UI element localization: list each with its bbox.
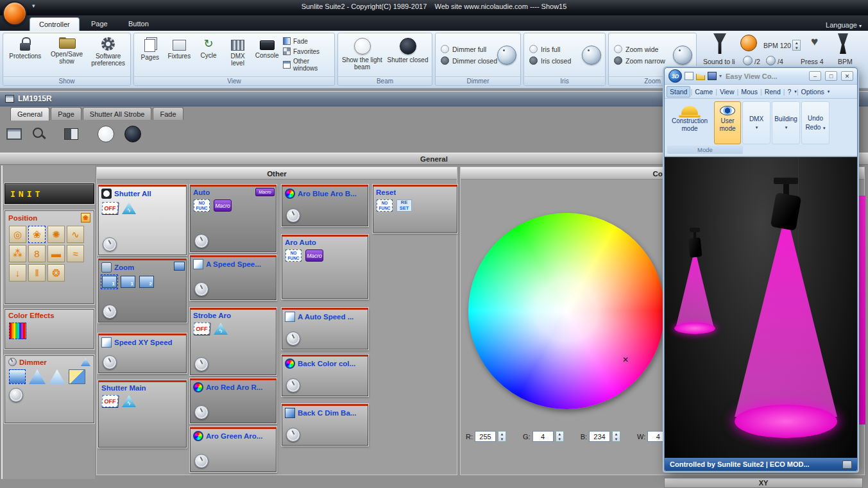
dial-knob[interactable] [286,332,300,346]
bpm-spinner[interactable]: ▲▼ [792,40,801,51]
scene-button-strobe-aro[interactable]: Strobe AroOFFϟ [190,308,277,375]
rainbow-effect-icon[interactable] [9,323,26,339]
menu-mouse[interactable]: Mous [738,87,760,97]
heart-beat-icon[interactable]: ♥ [811,35,818,49]
menu-standard[interactable]: Stand [667,86,690,97]
scene-button-aro-green[interactable]: Aro Green Aro... [190,427,277,472]
green-spinner[interactable]: ▲▼ [556,431,564,442]
menu-options[interactable]: Options [799,87,827,97]
shutter-closed-button[interactable]: Shutter closed [385,35,430,75]
gobo-shell-icon[interactable]: ❂ [47,264,65,282]
dimmer-dial-knob[interactable] [9,388,23,402]
gobo-arrow-icon[interactable]: ↓ [9,264,26,282]
menu-render[interactable]: Rend [762,87,783,97]
dial-knob[interactable] [194,357,208,371]
toolbar-arrow-icon[interactable]: ▾ [719,73,722,79]
tab-controller[interactable]: Controller [30,17,80,31]
beam-on-circle-button[interactable] [98,126,114,142]
gobo-double-spiral-icon[interactable]: ⁂ [9,245,26,262]
red-value-input[interactable]: 255 [475,431,496,442]
new-document-icon[interactable] [685,72,694,80]
protections-button[interactable]: Protections [4,35,46,75]
zoom-knob[interactable] [673,46,692,65]
gobo-rings-icon[interactable]: ◎ [9,226,26,243]
software-preferences-button[interactable]: Software preferences [87,35,129,75]
dimmer-closed-button[interactable]: Dimmer closed [441,56,497,65]
magenta-palette-strip[interactable] [858,196,865,425]
undo-redo-button[interactable]: UndoRedo ▾ [801,101,830,144]
red-spinner[interactable]: ▲▼ [498,431,506,442]
menu-camera[interactable]: Came [692,87,715,97]
scene-button-aro-blue[interactable]: Aro Blue Aro B... [282,185,368,226]
split-view-icon[interactable] [64,128,78,140]
console-button[interactable]: Console [252,35,282,75]
other-windows-menu-item[interactable]: Other windows [283,58,332,72]
beam-off-circle-button[interactable] [124,126,141,142]
user-mode-button[interactable]: User mode [714,101,741,144]
dial-knob[interactable] [194,234,208,248]
blue-spinner[interactable]: ▲▼ [612,431,620,442]
iris-full-button[interactable]: Iris full [529,45,582,53]
dial-knob[interactable] [286,428,300,442]
gobo-dash-icon[interactable]: ▬ [47,245,65,262]
scene-button-shutter-all[interactable]: Shutter AllOFFϟ [98,185,187,255]
dial-knob[interactable] [194,282,208,296]
quick-access-arrow-icon[interactable]: ▾ [32,3,35,9]
gobo-squiggle-icon[interactable]: ∿ [67,226,84,243]
maximize-button[interactable]: □ [825,71,837,81]
language-menu[interactable]: Language▾ [826,21,862,29]
dial-knob[interactable] [103,237,117,251]
div4-knob[interactable] [766,56,776,65]
tab-page[interactable]: Page [82,17,117,31]
dial-knob[interactable] [103,305,117,319]
dial-knob[interactable] [286,378,300,392]
div2-knob[interactable] [743,56,753,65]
scene-button-zoom[interactable]: Zoom112 [98,258,187,323]
open-save-show-button[interactable]: Open/Save show [46,35,88,75]
dimmer-level-icon[interactable] [9,369,26,384]
dial-knob[interactable] [194,454,208,468]
scene-button-back-c-dim[interactable]: Back C Dim Ba... [282,404,368,446]
open-folder-icon[interactable] [696,72,705,80]
dimmer-mixed-icon[interactable] [69,369,85,384]
tab-fade[interactable]: Fade [153,107,183,120]
scene-button-aro-red[interactable]: Aro Red Aro R... [190,378,277,423]
save-icon[interactable] [708,72,717,80]
fixtures-button[interactable]: Fixtures [165,35,194,75]
pages-button[interactable]: Pages [135,35,165,75]
show-light-beam-button[interactable]: Show the light beam [339,35,385,75]
scene-button-aro-auto[interactable]: Aro AutoNOFUNCMacro [282,235,368,299]
building-dropdown-button[interactable]: Building▾ [772,101,800,144]
application-menu-orb[interactable] [3,1,27,26]
gobo-swirl-icon[interactable]: ✺ [47,226,65,243]
dimmer-full-button[interactable]: Dimmer full [441,45,497,53]
iris-closed-button[interactable]: Iris closed [529,56,582,65]
dial-knob[interactable] [286,208,300,223]
bpm-knob[interactable] [740,35,757,51]
close-button[interactable]: ✕ [841,71,853,81]
scene-button-shutter-main[interactable]: Shutter MainOFFϟ [98,380,187,448]
dial-knob[interactable] [194,405,208,419]
blue-value-input[interactable]: 234 [589,431,610,442]
zoom-wide-button[interactable]: Zoom wide [614,45,673,53]
sound-to-light-label[interactable]: Sound to li [703,58,735,65]
tab-page2[interactable]: Page [51,107,81,120]
menu-view[interactable]: View [717,87,737,97]
gobo-flower-icon[interactable]: ❀ [28,226,46,243]
dimmer-ramp-soft-icon[interactable] [49,369,65,384]
3d-viewport[interactable] [665,156,857,458]
tab-shutter-all-strobe[interactable]: Shutter All Strobe [83,107,152,120]
tab-button[interactable]: Button [119,17,158,31]
scene-button-reset[interactable]: ResetNOFUNCRESET [373,185,457,233]
zoom-narrow-button[interactable]: Zoom narrow [614,56,673,65]
dimmer-ramp-up-icon[interactable] [29,369,46,384]
press-label[interactable]: Press 4 [801,58,824,65]
magnifier-icon[interactable] [32,127,46,141]
gobo-eight-icon[interactable]: 8 [28,245,46,262]
color-wheel-picker[interactable] [468,213,665,409]
init-button[interactable]: INIT [4,183,94,204]
minimize-button[interactable]: – [809,71,821,81]
dimmer-knob[interactable] [497,46,516,65]
scene-button-a-speed[interactable]: A Speed Spee... [190,255,277,300]
iris-knob[interactable] [582,46,601,65]
